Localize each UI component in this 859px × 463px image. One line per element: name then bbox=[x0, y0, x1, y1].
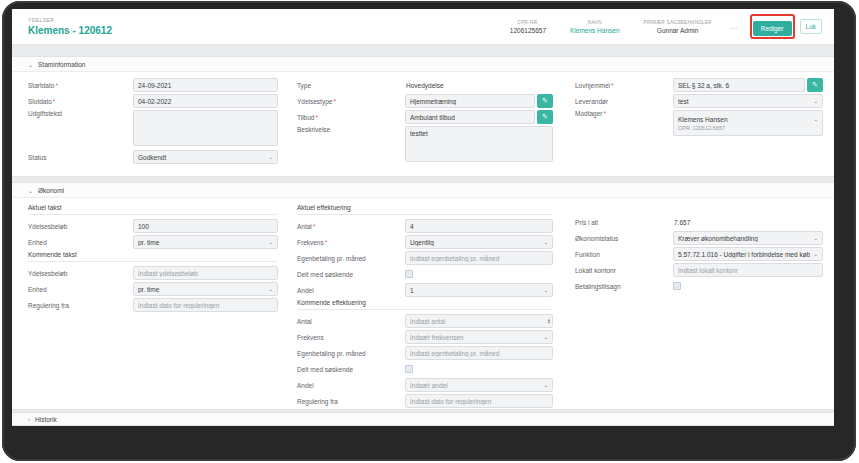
spacer bbox=[12, 45, 834, 56]
field-kommende-egenbetaling: Egenbetaling pr. måned bbox=[297, 346, 553, 360]
frekvens-value: Ugentlig bbox=[410, 239, 540, 246]
lokalt-kontonr-input[interactable] bbox=[673, 263, 823, 277]
delt-med-soskende-label: Delt med søskende bbox=[297, 271, 405, 278]
kommende-ydelsesbelob-input[interactable] bbox=[133, 266, 278, 280]
kommende-enhed-value: pr. time bbox=[138, 286, 265, 293]
field-pris-i-alt: Pris i alt 7.657 bbox=[575, 215, 823, 229]
rediger-button[interactable]: Rediger bbox=[753, 21, 792, 36]
required-star: * bbox=[315, 114, 318, 121]
luk-button[interactable]: Luk bbox=[800, 19, 822, 34]
navn-label: NAVN bbox=[570, 20, 620, 25]
historik-section-header[interactable]: › Historik bbox=[12, 412, 834, 426]
required-star: * bbox=[611, 82, 614, 89]
oko-column-1: Aktuel takst Ydelsesbeløb Enhed pr. time… bbox=[28, 202, 278, 314]
field-andel: Andel 1 ⌄ bbox=[297, 283, 553, 297]
lovhjemmel-edit-button[interactable]: ✎ bbox=[807, 78, 823, 92]
leverandor-value: test bbox=[678, 98, 810, 105]
kommende-enhed-label: Enhed bbox=[28, 286, 133, 293]
more-menu-icon[interactable]: … bbox=[730, 25, 738, 29]
kommende-frekvens-value: Indsæt frekvensen bbox=[410, 334, 540, 341]
leverandor-select[interactable]: test ⌄ bbox=[673, 94, 823, 108]
antal-label: Antal* bbox=[297, 223, 405, 230]
kommende-egenbetaling-label: Egenbetaling pr. måned bbox=[297, 350, 405, 357]
udgiftstekst-label: Udgiftstekst bbox=[28, 110, 133, 117]
chevron-down-icon: ⌄ bbox=[813, 235, 818, 241]
lovhjemmel-input[interactable] bbox=[673, 78, 805, 92]
lovhjemmel-label: Lovhjemmel* bbox=[575, 82, 673, 89]
beskrivelse-label: Beskrivelse bbox=[297, 126, 405, 133]
kommende-takst-subheader: Kommende takst bbox=[28, 251, 278, 262]
field-slutdato: Slutdato* bbox=[28, 94, 278, 108]
field-regulering-fra: Regulering fra bbox=[28, 298, 278, 312]
chevron-down-icon: ⌄ bbox=[543, 287, 548, 293]
tilbud-edit-button[interactable]: ✎ bbox=[537, 110, 553, 124]
egenbetaling-input[interactable] bbox=[405, 251, 553, 265]
okonomistatus-select[interactable]: Kræver økonomibehandling ⌄ bbox=[673, 231, 823, 245]
field-funktion: Funktion 5.57.72.1.016 - Udgifter i forb… bbox=[575, 247, 823, 261]
chevron-down-icon: ⌄ bbox=[268, 286, 273, 292]
kommende-enhed-select[interactable]: pr. time ⌄ bbox=[133, 282, 278, 296]
slutdato-input[interactable] bbox=[133, 94, 278, 108]
field-leverandor: Leverandør test ⌄ bbox=[575, 94, 823, 108]
field-type: Type Hovedydelse bbox=[297, 78, 553, 92]
startdato-input[interactable] bbox=[133, 78, 278, 92]
kommende-regulering-fra-label: Regulering fra bbox=[297, 398, 405, 405]
udgiftstekst-textarea[interactable] bbox=[133, 110, 278, 146]
delt-med-soskende-checkbox[interactable] bbox=[405, 270, 413, 278]
egenbetaling-label: Egenbetaling pr. måned bbox=[297, 255, 405, 262]
funktion-value: 5.57.72.1.016 - Udgifter i forbindelse m… bbox=[678, 251, 810, 258]
status-select[interactable]: Godkendt ⌄ bbox=[133, 150, 278, 164]
required-star: * bbox=[53, 98, 56, 105]
kommende-delt-med-soskende-checkbox[interactable] bbox=[405, 365, 413, 373]
kommende-antal-input[interactable] bbox=[410, 318, 548, 325]
ydelsestype-label: Ydelsestype* bbox=[297, 98, 405, 105]
app-window: YDELSER Klemens - 120612 CPR-NR. 1206125… bbox=[12, 9, 834, 426]
ydelsestype-edit-button[interactable]: ✎ bbox=[537, 94, 553, 108]
andel-select[interactable]: 1 ⌄ bbox=[405, 283, 553, 297]
kommende-ydelsesbelob-label: Ydelsesbeløb bbox=[28, 270, 133, 277]
staminformation-body: Startdato* Slutdato* Udgiftstekst Status bbox=[12, 72, 834, 176]
enhed-select[interactable]: pr. time ⌄ bbox=[133, 235, 278, 249]
field-startdato: Startdato* bbox=[28, 78, 278, 92]
spinner-down-icon[interactable]: ▾ bbox=[548, 321, 550, 325]
okonomi-section-header[interactable]: ⌄ Økonomi bbox=[12, 183, 834, 198]
chevron-down-icon: ⌄ bbox=[543, 239, 548, 245]
chevron-down-icon: ⌄ bbox=[813, 251, 818, 257]
ydelsestype-input[interactable] bbox=[405, 94, 535, 108]
section-title: Staminformation bbox=[38, 61, 85, 68]
antal-input[interactable] bbox=[405, 219, 553, 233]
navn-block: NAVN Klemens Hansen bbox=[570, 20, 620, 34]
kommende-andel-select[interactable]: Indsæt andel ⌄ bbox=[405, 378, 553, 392]
kommende-egenbetaling-input[interactable] bbox=[405, 346, 553, 360]
modtager-select[interactable]: Klemens Hansen ⌄ CPR: 120612-5657 bbox=[673, 110, 823, 136]
staminformation-section-header[interactable]: ⌄ Staminformation bbox=[12, 57, 834, 72]
annotation-highlight-box: Rediger bbox=[750, 14, 795, 39]
chevron-down-icon: ⌄ bbox=[268, 239, 273, 245]
chevron-down-icon: ⌄ bbox=[543, 334, 548, 340]
betalingstilsagn-checkbox[interactable] bbox=[673, 282, 681, 290]
chevron-down-icon: ⌄ bbox=[543, 382, 548, 388]
kommende-frekvens-select[interactable]: Indsæt frekvensen ⌄ bbox=[405, 330, 553, 344]
navn-link[interactable]: Klemens Hansen bbox=[570, 27, 620, 34]
edit-pencil-icon: ✎ bbox=[542, 97, 548, 105]
modtager-cpr-subtext: CPR: 120612-5657 bbox=[678, 125, 818, 131]
field-kommende-ydelsesbelob: Ydelsesbeløb bbox=[28, 266, 278, 280]
chevron-right-icon: › bbox=[28, 416, 30, 422]
ydelsesbelob-input[interactable] bbox=[133, 219, 278, 233]
kommende-andel-label: Andel bbox=[297, 382, 405, 389]
field-egenbetaling: Egenbetaling pr. måned bbox=[297, 251, 553, 265]
field-lokalt-kontonr: Lokalt kontonr bbox=[575, 263, 823, 277]
regulering-fra-input[interactable] bbox=[133, 298, 278, 312]
chevron-down-icon: ⌄ bbox=[28, 187, 33, 194]
kommende-antal-stepper[interactable]: ▴▾ bbox=[405, 314, 553, 328]
beskrivelse-textarea[interactable]: testtet bbox=[405, 126, 553, 162]
frekvens-select[interactable]: Ugentlig ⌄ bbox=[405, 235, 553, 249]
field-kommende-delt-med-soskende: Delt med søskende bbox=[297, 362, 553, 376]
kommende-andel-value: Indsæt andel bbox=[410, 382, 540, 389]
stam-column-1: Startdato* Slutdato* Udgiftstekst Status bbox=[28, 78, 278, 166]
startdato-label: Startdato* bbox=[28, 82, 133, 89]
tilbud-input[interactable] bbox=[405, 110, 535, 124]
kommende-regulering-fra-input[interactable] bbox=[405, 394, 553, 408]
number-spinner[interactable]: ▴▾ bbox=[548, 318, 550, 325]
funktion-select[interactable]: 5.57.72.1.016 - Udgifter i forbindelse m… bbox=[673, 247, 823, 261]
